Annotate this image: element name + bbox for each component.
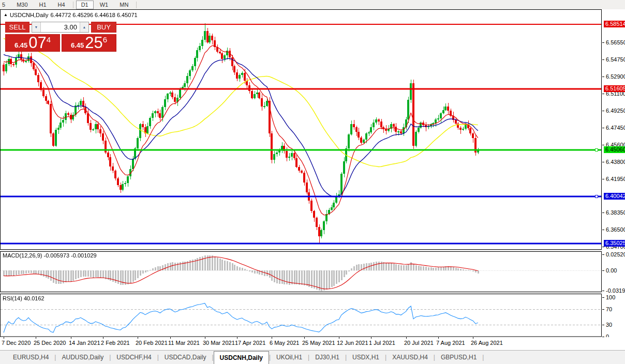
rsi-tick-label: 70 [606,306,612,312]
date-tick [71,337,71,339]
buy-button[interactable]: BUY [91,22,116,33]
buy-price-point: 6 [103,35,107,44]
volume-spinner: ▼ 3.00 ▲ [32,22,89,33]
axis-tick [602,270,604,271]
price-tick-label: 6.49250 [606,108,625,114]
axis-tick [602,230,604,230]
date-tick [438,337,439,339]
level-price-badge: 6.45060 [604,146,625,153]
rsi-tick-label: 100 [606,294,615,300]
price-tick-label: 6.56550 [606,39,625,46]
tab-separator: | [482,351,484,364]
price-tick-label: 6.52900 [606,73,625,80]
mt4-window: 5M30H1H4D1W1MN ▲ USDCNH,Daily 6.44772 6.… [0,0,625,364]
chart-ohlc-values: 6.44772 6.45296 6.44618 6.45071 [50,12,137,18]
date-label: 17 Apr 2021 [235,340,265,346]
chart-tab-usdx[interactable]: USDX,H1 [347,351,385,364]
date-label: 1 Jul 2021 [369,340,395,346]
price-tick-label: 6.38350 [606,209,625,216]
date-tick [205,337,205,339]
axis-tick [602,145,604,145]
date-label: 2 Feb 2021 [101,340,130,346]
timeframe-button-h4[interactable]: H4 [53,1,70,9]
date-tick [473,337,473,339]
timeframe-button-h1[interactable]: H1 [34,1,52,9]
date-label: 26 Aug 2021 [471,340,503,346]
date-label: 20 Feb 2021 [136,340,168,346]
date-label: 25 May 2021 [302,340,335,346]
chart-tab-dj30[interactable]: DJ30,H1 [309,351,345,364]
date-label: 25 Dec 2020 [34,340,66,346]
axis-tick [602,213,604,213]
date-tick [36,337,36,339]
axis-tick [602,179,604,179]
chart-tab-audusd[interactable]: AUDUSD,Daily [56,351,109,364]
chart-tab-usdchf[interactable]: USDCHF,H4 [111,351,157,364]
sell-price-base: 6.45 [14,41,27,49]
price-chart-canvas[interactable] [0,9,602,337]
chart-tab-usdcnh[interactable]: USDCNH,Daily [214,351,269,364]
volume-increase-icon[interactable]: ▲ [80,22,88,32]
collapse-triangle-icon[interactable]: ▲ [4,13,8,17]
one-click-trade-panel: SELL ▼ 3.00 ▲ BUY 6.45 07 4 6.45 25 6 [5,22,116,52]
axis-tick [602,162,604,162]
price-tick-label: 6.36500 [606,226,625,233]
date-tick [339,337,339,339]
rsi-indicator-label: RSI(14) 40.0162 [3,295,44,301]
date-label: 20 Jul 2021 [404,340,434,346]
price-tick-label: 6.41950 [606,176,625,182]
timeframe-button-d1[interactable]: D1 [76,1,94,9]
chart-tab-gbpusd[interactable]: GBPUSD,H1 [435,351,482,364]
date-label: 12 Jun 2021 [337,340,368,346]
level-price-badge: 6.35025 [604,240,625,247]
date-axis[interactable]: 7 Dec 202025 Dec 202014 Jan 20212 Feb 20… [0,337,625,350]
macd-tick-label: 0.025209 [606,251,625,257]
axis-tick [602,291,604,291]
date-label: 7 Dec 2020 [2,340,31,346]
timeframe-button-mn[interactable]: MN [114,1,133,9]
axis-tick [602,325,604,325]
level-price-badge: 6.58514 [604,21,625,27]
axis-tick [602,111,604,111]
axis-tick [602,128,604,128]
axis-tick [602,42,604,43]
rsi-tick-label: 30 [606,322,612,328]
price-tick-label: 6.47450 [606,125,625,131]
date-tick [406,337,407,339]
date-tick [237,337,237,339]
chart-tab-xauusd[interactable]: XAUUSD,H4 [386,351,434,364]
sell-price-box[interactable]: 6.45 07 4 [5,34,60,52]
chart-symbol-label: USDCNH,Daily [10,12,49,18]
macd-tick-label: -0.031994 [606,287,625,294]
chart-tab-usdcad[interactable]: USDCAD,Daily [159,351,212,364]
date-tick [371,337,371,339]
date-tick [138,337,138,339]
level-price-badge: 6.51605 [604,85,625,92]
timeframe-toolbar: 5M30H1H4D1W1MN [0,0,625,10]
chart-tab-eurusd[interactable]: EURUSD,H4 [7,351,54,364]
date-label: 11 Mar 2021 [168,340,200,346]
price-axis[interactable]: 6.565506.547506.529006.511006.492506.474… [602,9,625,337]
toolbar-separator [136,2,137,8]
price-tick-label: 6.54750 [606,56,625,63]
date-label: 14 Jan 2021 [69,340,100,346]
volume-decrease-icon[interactable]: ▼ [32,22,41,32]
date-tick [4,337,4,339]
chart-tab-ukoil[interactable]: UKOil,H1 [271,351,308,364]
timeframe-button-m30[interactable]: M30 [11,1,33,9]
volume-input[interactable]: 3.00 [41,22,80,32]
chart-title: ▲ USDCNH,Daily 6.44772 6.45296 6.44618 6… [4,12,138,18]
sell-button[interactable]: SELL [5,22,29,33]
buy-price-base: 6.45 [71,41,84,49]
chart-area: ▲ USDCNH,Daily 6.44772 6.45296 6.44618 6… [0,9,625,337]
date-tick [272,337,272,339]
date-tick [170,337,171,339]
axis-tick [602,309,604,310]
date-tick [304,337,305,339]
axis-tick [602,94,604,94]
price-tick-label: 6.43800 [606,159,625,165]
buy-price-box[interactable]: 6.45 25 6 [62,34,116,52]
timeframe-button-w1[interactable]: W1 [95,1,114,9]
macd-tick-label: 0.00 [606,267,617,274]
timeframe-button-5[interactable]: 5 [0,1,10,9]
